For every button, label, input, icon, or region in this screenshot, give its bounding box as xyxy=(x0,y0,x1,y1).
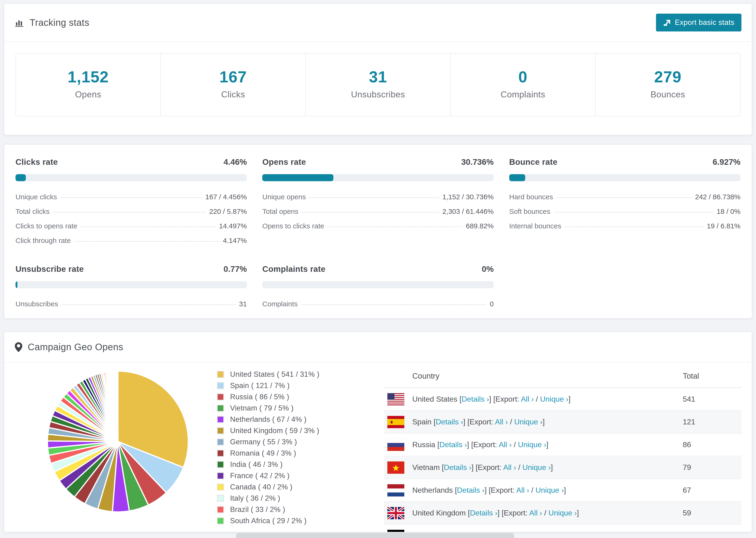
legend-swatch xyxy=(217,405,224,412)
legend-item[interactable]: Vietnam ( 79 / 5% ) xyxy=(217,404,339,412)
rate-detail-value: 4.147% xyxy=(223,237,247,244)
legend-item[interactable]: United Kingdom ( 59 / 3% ) xyxy=(217,426,339,435)
unsubscribe-rate-progress-fill xyxy=(16,281,17,288)
legend-item[interactable]: Spain ( 121 / 7% ) xyxy=(217,381,339,390)
legend-item[interactable]: Netherlands ( 67 / 4% ) xyxy=(217,415,339,424)
dotted-leader xyxy=(81,227,216,227)
total-column-header: Total xyxy=(683,372,741,381)
table-row: Russia [Details ›] [Export: All › / Uniq… xyxy=(384,434,741,456)
unsubscribe-rate-progressbar xyxy=(16,281,247,288)
legend-item[interactable]: India ( 46 / 3% ) xyxy=(217,460,339,469)
details-link[interactable]: Details › xyxy=(436,418,463,426)
country-flag-icon xyxy=(387,507,404,519)
legend-label: Italy ( 36 / 2% ) xyxy=(230,494,280,503)
rate-detail-value: 1,152 / 30.736% xyxy=(442,193,494,201)
export-unique-link[interactable]: Unique › xyxy=(514,418,543,426)
country-name: United Kingdom xyxy=(412,509,466,517)
page-scrollbar-thumb[interactable] xyxy=(236,533,514,538)
bounce-rate-progressbar xyxy=(509,174,740,181)
export-all-link[interactable]: All › xyxy=(495,418,508,426)
bracket-text: [ xyxy=(443,531,448,532)
export-unique-link[interactable]: Unique › xyxy=(540,395,568,403)
legend-item[interactable]: South Africa ( 29 / 2% ) xyxy=(217,517,339,525)
export-text: ] [Export: xyxy=(485,486,516,494)
legend-swatch xyxy=(217,394,224,401)
export-all-link[interactable]: All › xyxy=(516,486,529,494)
legend-item[interactable]: France ( 42 / 2% ) xyxy=(217,471,339,480)
bracket-close-text: ] xyxy=(564,486,566,494)
geo-header: Campaign Geo Opens xyxy=(4,332,752,363)
table-row: United States [Details ›] [Export: All ›… xyxy=(384,388,741,411)
legend-swatch xyxy=(217,371,224,378)
country-cell: Netherlands [Details ›] [Export: All › /… xyxy=(412,486,683,495)
export-text: ] [Export: xyxy=(489,395,521,403)
country-cell: Vietnam [Details ›] [Export: All › / Uni… xyxy=(412,463,683,472)
details-link[interactable]: Details › xyxy=(447,531,475,532)
details-link[interactable]: Details › xyxy=(457,486,484,494)
bounce-rate-section: Bounce rate6.927% Hard bounces242 / 86.7… xyxy=(509,157,740,248)
export-all-link[interactable]: All › xyxy=(499,440,512,449)
legend-label: South Africa ( 29 / 2% ) xyxy=(230,517,307,525)
legend-label: Netherlands ( 67 / 4% ) xyxy=(230,415,307,424)
rate-detail-row: Unique opens1,152 / 30.736% xyxy=(262,190,494,204)
details-link[interactable]: Details › xyxy=(461,395,489,403)
table-row: Spain [Details ›] [Export: All › / Uniqu… xyxy=(384,411,741,434)
bracket-close-text: ] xyxy=(577,509,579,517)
country-cell: Spain [Details ›] [Export: All › / Uniqu… xyxy=(412,418,683,426)
legend-item[interactable]: Italy ( 36 / 2% ) xyxy=(217,494,339,503)
details-link[interactable]: Details › xyxy=(470,509,497,517)
rate-detail-label: Unsubscribes xyxy=(16,300,58,308)
bracket-close-text: ] xyxy=(543,418,545,426)
country-name: Vietnam xyxy=(412,463,440,471)
legend-label: Russia ( 86 / 5% ) xyxy=(230,393,289,401)
country-cell: United Kingdom [Details ›] [Export: All … xyxy=(412,509,683,517)
page-title: Tracking stats xyxy=(15,17,89,28)
map-pin-icon xyxy=(15,342,23,352)
export-all-link[interactable]: All › xyxy=(521,395,534,403)
stat-box: 167 Clicks xyxy=(161,54,306,116)
export-all-link[interactable]: All › xyxy=(529,509,542,517)
export-all-link[interactable]: All › xyxy=(507,531,519,532)
export-unique-link[interactable]: Unique › xyxy=(536,486,564,494)
legend-item[interactable]: Russia ( 86 / 5% ) xyxy=(217,393,339,401)
country-flag-icon xyxy=(387,484,404,497)
dotted-leader xyxy=(53,212,206,212)
export-basic-stats-button[interactable]: Export basic stats xyxy=(656,14,741,31)
export-unique-link[interactable]: Unique › xyxy=(522,463,551,471)
bracket-text: [ xyxy=(458,395,461,403)
details-link[interactable]: Details › xyxy=(440,440,467,449)
dotted-leader xyxy=(328,227,462,227)
rate-detail-label: Hard bounces xyxy=(509,193,553,201)
export-unique-link[interactable]: Unique › xyxy=(549,509,577,517)
export-text: ] [Export: xyxy=(463,418,495,426)
export-unique-link[interactable]: Unique › xyxy=(518,440,546,449)
stat-label: Unsubscribes xyxy=(306,90,450,99)
rate-detail-label: Soft bounces xyxy=(509,207,550,215)
rate-detail-row: Total clicks220 / 5.87% xyxy=(16,204,247,219)
legend-swatch xyxy=(217,416,224,423)
country-flag-icon xyxy=(387,439,404,451)
legend-item[interactable]: Romania ( 49 / 3% ) xyxy=(217,449,339,457)
legend-item[interactable]: Brazil ( 33 / 2% ) xyxy=(217,506,339,514)
legend-item[interactable]: United States ( 541 / 31% ) xyxy=(217,370,339,379)
geo-table: Country Total United States [Details ›] … xyxy=(384,365,741,532)
table-row: Germany [Details ›] [Export: All › / Uni… xyxy=(384,525,741,532)
export-text: ] [Export: xyxy=(467,440,499,449)
details-link[interactable]: Details › xyxy=(444,463,471,471)
campaign-geo-opens-card: Campaign Geo Opens United States ( 541 /… xyxy=(4,331,752,532)
rate-detail-value: 14.497% xyxy=(219,222,247,230)
geo-body: United States ( 541 / 31% ) Spain ( 121 … xyxy=(4,363,752,532)
total-cell: 79 xyxy=(683,463,741,472)
legend-item[interactable]: Canada ( 40 / 2% ) xyxy=(217,483,339,491)
stats-summary-row: 1,152 Opens 167 Clicks 31 Unsubscribes xyxy=(16,53,740,116)
rate-detail-row: Soft bounces18 / 0% xyxy=(509,204,740,219)
export-unique-link[interactable]: Unique › xyxy=(526,531,554,532)
clicks-rate-section: Clicks rate4.46% Unique clicks167 / 4.45… xyxy=(16,157,247,248)
stat-label: Opens xyxy=(16,90,160,99)
export-all-link[interactable]: All › xyxy=(503,463,516,471)
legend-swatch xyxy=(217,517,224,524)
country-flag-icon xyxy=(387,530,404,533)
legend-item[interactable]: Germany ( 55 / 3% ) xyxy=(217,438,339,446)
bracket-close-text: ] xyxy=(568,395,570,403)
total-cell: 55 xyxy=(683,531,741,532)
